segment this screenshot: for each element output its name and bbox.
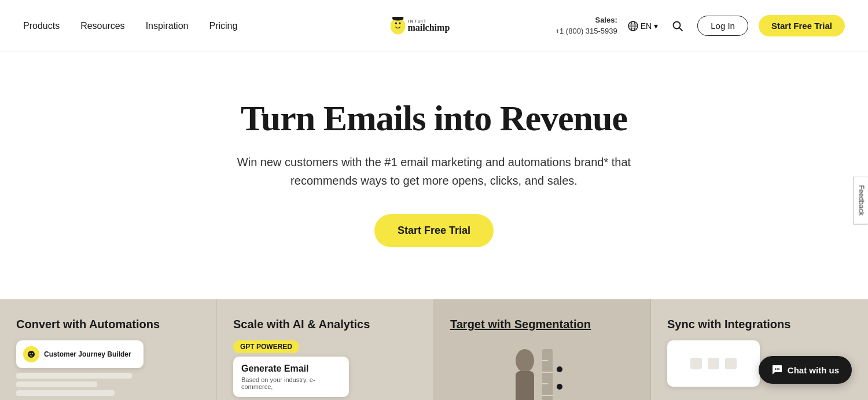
nav-inspiration[interactable]: Inspiration — [146, 21, 189, 31]
header: Products Resources Inspiration Pricing I… — [0, 0, 868, 52]
ai-card-sub: Based on your industry, e-commerce, — [241, 376, 341, 390]
line-3 — [16, 390, 115, 396]
line-1 — [16, 373, 132, 379]
feature-title-automations: Convert with Automations — [16, 318, 200, 331]
chat-button[interactable]: Chat with us — [759, 356, 852, 384]
svg-point-26 — [557, 366, 562, 372]
integration-icons — [690, 352, 737, 375]
header-start-trial-button[interactable]: Start Free Trial — [759, 15, 845, 36]
feedback-tab[interactable]: Feedback — [854, 176, 868, 224]
nav-left: Products Resources Inspiration Pricing — [23, 21, 237, 31]
svg-rect-25 — [516, 371, 534, 400]
ai-card-title: Generate Email — [241, 364, 341, 374]
svg-line-14 — [679, 28, 682, 31]
header-right: Sales: +1 (800) 315-5939 EN ▾ Log In Sta… — [555, 15, 845, 36]
feature-card-segmentation[interactable]: Target with Segmentation — [434, 299, 651, 400]
feature-title-ai: Scale with AI & Analytics — [233, 318, 417, 331]
line-2 — [16, 381, 97, 387]
feature-card-integrations: Sync with Integrations — [651, 299, 868, 400]
nav-resources[interactable]: Resources — [80, 21, 124, 31]
lang-chevron-icon: ▾ — [654, 21, 658, 31]
language-button[interactable]: EN ▾ — [628, 21, 658, 31]
feature-title-integrations: Sync with Integrations — [667, 318, 852, 331]
sales-label: Sales: — [555, 15, 617, 25]
logo[interactable]: INTUIT mailchimp — [388, 12, 480, 40]
feature-card-automations: Convert with Automations Customer Journe… — [0, 299, 217, 400]
svg-point-27 — [557, 384, 562, 390]
svg-point-16 — [30, 353, 31, 354]
svg-rect-30 — [708, 358, 719, 369]
segmentation-image — [507, 343, 577, 400]
features-section: Convert with Automations Customer Journe… — [0, 299, 868, 400]
integrations-preview — [667, 340, 760, 387]
sales-info: Sales: +1 (800) 315-5939 — [555, 15, 617, 36]
svg-rect-29 — [690, 358, 702, 369]
chat-bubble-icon — [771, 364, 783, 376]
gpt-badge: GPT POWERED — [233, 340, 299, 353]
nav-pricing[interactable]: Pricing — [209, 21, 237, 31]
hero-section: Turn Emails into Revenue Win new custome… — [0, 52, 868, 299]
login-button[interactable]: Log In — [697, 16, 748, 36]
lang-label: EN — [641, 21, 652, 31]
hero-title: Turn Emails into Revenue — [241, 98, 627, 138]
monkey-icon — [27, 350, 35, 358]
nav-products[interactable]: Products — [23, 21, 60, 31]
svg-point-17 — [32, 353, 33, 354]
sales-phone: +1 (800) 315-5939 — [555, 26, 617, 36]
hero-subtitle: Win new customers with the #1 email mark… — [208, 153, 660, 190]
svg-point-2 — [395, 22, 397, 24]
svg-point-32 — [775, 368, 776, 369]
feature-card-ai: Scale with AI & Analytics GPT POWERED Ge… — [217, 299, 434, 400]
search-icon — [672, 20, 683, 32]
search-button[interactable] — [668, 17, 687, 35]
svg-point-15 — [28, 351, 35, 358]
ai-card-preview: Generate Email Based on your industry, e… — [233, 357, 349, 397]
chat-label: Chat with us — [788, 365, 839, 375]
svg-point-3 — [399, 22, 400, 24]
svg-rect-18 — [542, 349, 553, 400]
svg-text:mailchimp: mailchimp — [407, 23, 450, 33]
feature-title-segmentation: Target with Segmentation — [450, 318, 634, 331]
automations-lines — [16, 373, 200, 396]
automations-card-text: Customer Journey Builder — [44, 350, 131, 358]
automations-icon — [23, 346, 39, 362]
globe-icon — [628, 21, 638, 31]
person-illustration — [507, 343, 577, 400]
svg-point-24 — [516, 349, 534, 372]
svg-point-33 — [777, 368, 778, 369]
integrations-card-inner — [674, 347, 753, 380]
hero-start-trial-button[interactable]: Start Free Trial — [374, 214, 494, 247]
svg-rect-5 — [392, 17, 403, 19]
svg-point-34 — [778, 368, 779, 369]
automations-preview: Customer Journey Builder — [16, 340, 144, 368]
svg-rect-31 — [725, 358, 737, 369]
